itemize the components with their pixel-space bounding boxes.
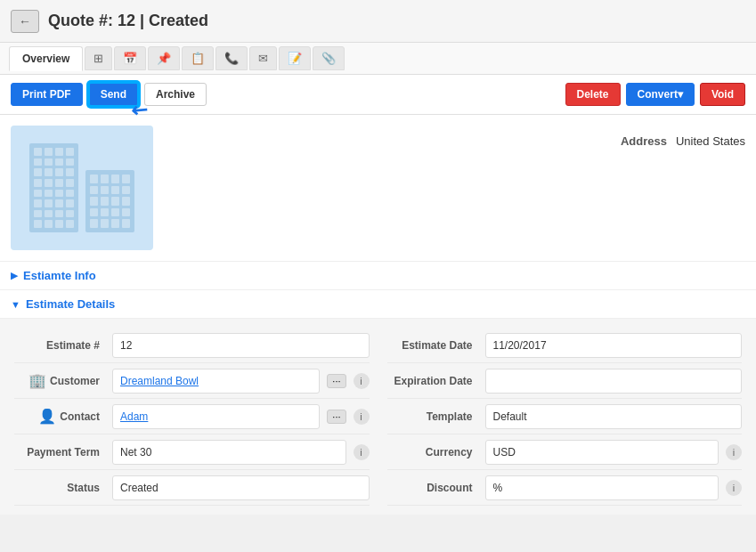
tab-email[interactable]: ✉ <box>249 46 277 70</box>
status-wrapper: Created <box>112 475 370 500</box>
discount-label: Discount <box>387 482 485 494</box>
estimate-date-value: 11/20/2017 <box>485 333 743 358</box>
convert-button[interactable]: Convert▾ <box>626 83 695 106</box>
contact-value-wrapper: Adam ··· i <box>112 404 370 429</box>
details-col-left: Estimate # 12 🏢 Customer Dreamland Bowl … <box>14 328 378 506</box>
template-label: Template <box>387 410 485 423</box>
tab-phone[interactable]: 📞 <box>215 46 248 70</box>
contact-dots-button[interactable]: ··· <box>327 410 345 424</box>
currency-info-icon[interactable]: i <box>726 444 742 460</box>
expiration-date-value <box>485 369 743 394</box>
address-value: United States <box>676 134 745 148</box>
customer-icon: 🏢 <box>28 372 46 389</box>
customer-dots-button[interactable]: ··· <box>327 374 345 388</box>
building-tall <box>29 143 78 232</box>
void-button[interactable]: Void <box>700 83 745 106</box>
address-section: Address United States <box>614 126 745 250</box>
estimate-number-label: Estimate # <box>14 339 112 352</box>
status-row: Status Created <box>14 470 370 506</box>
customer-row: 🏢 Customer Dreamland Bowl ··· i <box>14 363 370 399</box>
address-label: Address <box>614 134 667 148</box>
customer-label: 🏢 Customer <box>14 372 112 389</box>
chevron-down-icon: ▼ <box>11 299 20 310</box>
chevron-right-icon: ▶ <box>11 270 18 281</box>
customer-value[interactable]: Dreamland Bowl <box>112 369 320 394</box>
tab-table[interactable]: ⊞ <box>85 46 112 70</box>
estimate-info-section[interactable]: ▶ Estiamte Info <box>0 262 756 290</box>
contact-icon: 👤 <box>38 408 56 425</box>
print-pdf-button[interactable]: Print PDF <box>11 83 83 106</box>
expiration-date-wrapper <box>485 369 743 394</box>
estimate-details-title: Estimate Details <box>26 297 115 311</box>
building-illustration <box>29 143 134 232</box>
payment-term-row: Payment Term Net 30 i <box>14 434 370 470</box>
status-value: Created <box>112 475 370 500</box>
currency-value: USD <box>485 440 719 465</box>
payment-term-info-icon[interactable]: i <box>354 444 370 460</box>
tab-pin[interactable]: 📌 <box>148 46 180 70</box>
estimate-date-label: Estimate Date <box>387 339 485 352</box>
back-button[interactable]: ← <box>11 10 39 33</box>
customer-value-wrapper: Dreamland Bowl ··· i <box>112 369 370 394</box>
tab-clipboard[interactable]: 📋 <box>182 46 214 70</box>
details-grid: Estimate # 12 🏢 Customer Dreamland Bowl … <box>14 328 742 506</box>
page-title: Quote #: 12 | Created <box>48 12 208 30</box>
currency-row: Currency USD i <box>387 434 743 470</box>
estimate-details-section[interactable]: ▼ Estimate Details <box>0 290 756 319</box>
tab-calendar[interactable]: 📅 <box>114 46 146 70</box>
contact-label: 👤 Contact <box>14 408 112 425</box>
top-bar: ← Quote #: 12 | Created <box>0 0 756 43</box>
contact-row: 👤 Contact Adam ··· i <box>14 399 370 434</box>
discount-wrapper: % i <box>485 475 743 500</box>
contact-info-icon[interactable]: i <box>354 409 370 425</box>
company-logo <box>11 126 153 250</box>
estimate-date-row: Estimate Date 11/20/2017 <box>387 328 743 363</box>
archive-button[interactable]: Archive <box>144 83 207 106</box>
action-bar-right: Delete Convert▾ Void <box>565 83 745 106</box>
action-bar: Print PDF Send Archive ↗ Delete Convert▾… <box>0 75 756 115</box>
status-label: Status <box>14 482 112 494</box>
tab-attachment[interactable]: 📎 <box>313 46 345 70</box>
estimate-details-panel: Estimate # 12 🏢 Customer Dreamland Bowl … <box>0 319 756 515</box>
tab-overview[interactable]: Overview <box>9 46 83 71</box>
estimate-date-wrapper: 11/20/2017 <box>485 333 743 358</box>
action-bar-left: Print PDF Send Archive ↗ <box>11 82 207 107</box>
currency-wrapper: USD i <box>485 440 743 465</box>
payment-term-label: Payment Term <box>14 446 112 459</box>
estimate-number-value: 12 <box>112 333 370 358</box>
tab-bar: Overview ⊞ 📅 📌 📋 📞 ✉ 📝 📎 <box>0 43 756 75</box>
currency-label: Currency <box>387 446 485 459</box>
template-row: Template Default <box>387 399 743 434</box>
contact-value[interactable]: Adam <box>112 404 320 429</box>
customer-info-icon[interactable]: i <box>354 373 370 389</box>
template-wrapper: Default <box>485 404 743 429</box>
send-button[interactable]: Send <box>88 82 139 107</box>
delete-button[interactable]: Delete <box>565 83 621 106</box>
discount-info-icon[interactable]: i <box>726 480 742 496</box>
template-value: Default <box>485 404 743 429</box>
estimate-info-title: Estiamte Info <box>23 269 96 282</box>
address-row: Address United States <box>614 134 745 148</box>
building-short <box>85 170 134 232</box>
estimate-number-row: Estimate # 12 <box>14 328 370 363</box>
discount-row: Discount % i <box>387 470 743 506</box>
estimate-number-wrapper: 12 <box>112 333 370 358</box>
expiration-date-row: Expiration Date <box>387 363 743 399</box>
payment-term-wrapper: Net 30 i <box>112 440 370 465</box>
payment-term-value: Net 30 <box>112 440 346 465</box>
discount-value: % <box>485 475 719 500</box>
details-col-right: Estimate Date 11/20/2017 Expiration Date… <box>378 328 743 506</box>
main-content: Address United States <box>0 115 756 262</box>
expiration-date-label: Expiration Date <box>387 375 485 387</box>
tab-note[interactable]: 📝 <box>279 46 311 70</box>
